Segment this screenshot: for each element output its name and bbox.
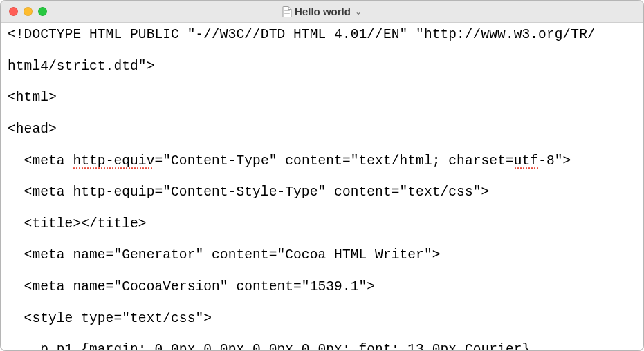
chevron-down-icon[interactable]: ⌄	[355, 7, 362, 17]
code-line[interactable]: <style type="text/css">	[8, 311, 636, 327]
code-text[interactable]: <meta http-equip="Content-Style-Type" co…	[8, 184, 489, 200]
code-line[interactable]: html4/strict.dtd">	[8, 59, 636, 75]
code-line[interactable]: p.p1 {margin: 0.0px 0.0px 0.0px 0.0px; f…	[8, 342, 636, 350]
code-text[interactable]: <meta	[8, 153, 73, 169]
spellcheck-underline[interactable]: utf	[514, 153, 538, 169]
window-title[interactable]: Hello world	[295, 6, 351, 17]
text-editor[interactable]: <!DOCTYPE HTML PUBLIC "-//W3C//DTD HTML …	[1, 23, 643, 350]
code-text[interactable]: <head>	[8, 122, 57, 137]
code-line[interactable]: <!DOCTYPE HTML PUBLIC "-//W3C//DTD HTML …	[8, 27, 636, 43]
document-window: Hello world ⌄ <!DOCTYPE HTML PUBLIC "-//…	[0, 0, 644, 351]
code-text[interactable]: html4/strict.dtd">	[8, 59, 154, 74]
document-icon[interactable]	[282, 6, 292, 17]
code-line[interactable]: <meta http-equip="Content-Style-Type" co…	[8, 184, 636, 200]
close-button[interactable]	[9, 7, 18, 16]
code-text[interactable]: <title></title>	[8, 216, 147, 231]
code-line[interactable]: <meta name="Generator" content="Cocoa HT…	[8, 247, 636, 263]
code-line[interactable]: <head>	[8, 122, 636, 137]
minimize-button[interactable]	[24, 7, 33, 16]
code-line[interactable]: <html>	[8, 90, 636, 106]
code-text[interactable]: <html>	[8, 90, 57, 105]
titlebar[interactable]: Hello world ⌄	[1, 1, 643, 23]
code-text[interactable]: <meta name="CocoaVersion" content="1539.…	[8, 279, 375, 294]
spellcheck-underline[interactable]: http-equiv	[73, 153, 154, 169]
code-text[interactable]: <meta name="Generator" content="Cocoa HT…	[8, 247, 441, 263]
code-text[interactable]: ="Content-Type" content="text/html; char…	[154, 153, 513, 169]
code-line[interactable]: <meta name="CocoaVersion" content="1539.…	[8, 279, 636, 295]
code-text[interactable]: -8">	[538, 153, 571, 169]
window-controls	[1, 7, 47, 16]
code-text[interactable]: p.p1 {margin: 0.0px 0.0px 0.0px 0.0px; f…	[8, 342, 530, 350]
title-area: Hello world ⌄	[1, 6, 643, 17]
code-line[interactable]: <meta http-equiv="Content-Type" content=…	[8, 153, 636, 169]
code-text[interactable]: <!DOCTYPE HTML PUBLIC "-//W3C//DTD HTML …	[8, 27, 596, 42]
zoom-button[interactable]	[38, 7, 47, 16]
code-line[interactable]: <title></title>	[8, 216, 636, 232]
code-text[interactable]: <style type="text/css">	[8, 311, 212, 326]
